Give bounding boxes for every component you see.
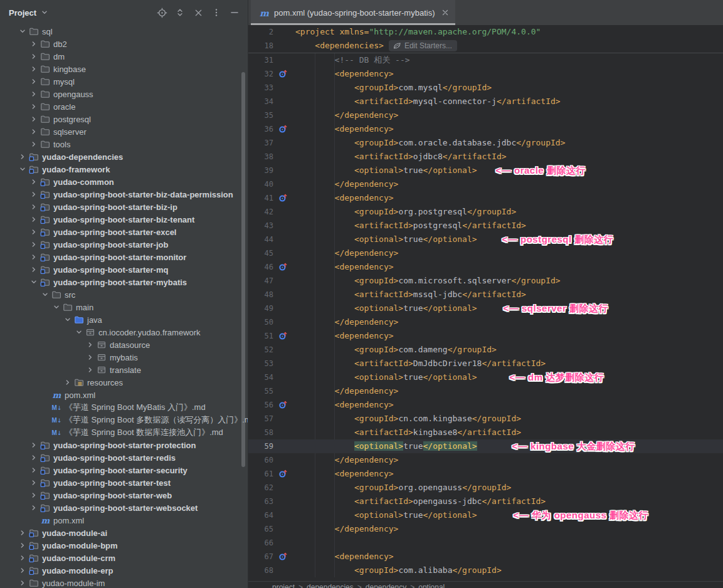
tree-item-yudao-dependencies[interactable]: yudao-dependencies (0, 150, 248, 163)
chevron-right-icon[interactable] (29, 465, 39, 475)
tree-item-yudao-spring-boot-starter-test[interactable]: yudao-spring-boot-starter-test (0, 476, 248, 489)
chevron-down-icon[interactable] (18, 164, 28, 174)
tree-item-yudao-spring-boot-starter-protection[interactable]: yudao-spring-boot-starter-protection (0, 439, 248, 451)
code-line-38[interactable]: 38 <artifactId>ojdbc8</artifactId> (248, 150, 723, 164)
tree-item-db2[interactable]: db2 (0, 38, 248, 50)
tree-item-yudao-spring-boot-starter-job[interactable]: yudao-spring-boot-starter-job (0, 238, 248, 251)
chevron-right-icon[interactable] (29, 478, 39, 488)
code-line-59[interactable]: 59 <optional>true</optional><— kingbase … (248, 439, 723, 453)
maven-update-gutter-icon[interactable] (273, 69, 292, 79)
hide-icon[interactable] (229, 7, 240, 18)
code-line-35[interactable]: 35 </dependency> (248, 108, 723, 122)
breadcrumb-item-dependencies[interactable]: dependencies (307, 583, 354, 588)
code-line-37[interactable]: 37 <groupId>com.oracle.database.jdbc</gr… (248, 136, 723, 150)
chevron-right-icon[interactable] (18, 553, 28, 563)
close-tab-icon[interactable] (441, 9, 449, 16)
code-line-43[interactable]: 43 <artifactId>postgresql</artifactId> (248, 219, 723, 233)
chevron-right-icon[interactable] (29, 227, 39, 237)
maven-update-gutter-icon[interactable] (273, 331, 292, 341)
chevron-right-icon[interactable] (18, 528, 28, 538)
maven-update-gutter-icon[interactable] (273, 400, 292, 410)
code-line-18[interactable]: 18 <dependencies>Edit Starters... (248, 39, 723, 53)
breadcrumb-item-dependency[interactable]: dependency (366, 583, 406, 588)
tree-item-yudao-spring-boot-starter-redis[interactable]: yudao-spring-boot-starter-redis (0, 451, 248, 464)
tree-item-yudao-module-erp[interactable]: yudao-module-erp (0, 564, 248, 577)
chevron-right-icon[interactable] (29, 440, 39, 450)
maven-update-gutter-icon[interactable] (273, 193, 292, 203)
tree-item-resources[interactable]: resources (0, 376, 248, 389)
code-line-44[interactable]: 44 <optional>true</optional><— postgresq… (248, 233, 723, 246)
chevron-right-icon[interactable] (29, 189, 39, 199)
code-line-62[interactable]: 62 <groupId>org.opengauss</groupId> (248, 481, 723, 495)
chevron-right-icon[interactable] (18, 578, 28, 588)
code-line-34[interactable]: 34 <artifactId>mysql-connector-j</artifa… (248, 95, 723, 108)
code-line-47[interactable]: 47 <groupId>com.microsoft.sqlserver</gro… (248, 274, 723, 288)
code-line-49[interactable]: 49 <optional>true</optional><— sqlserver… (248, 302, 723, 315)
chevron-down-icon[interactable] (74, 327, 84, 337)
tree-item-cn-iocoder-yudao-framework[interactable]: cn.iocoder.yudao.framework (0, 326, 248, 339)
tree-item-opengauss[interactable]: opengauss (0, 88, 248, 100)
chevron-right-icon[interactable] (29, 490, 39, 500)
code-line-40[interactable]: 40 </dependency> (248, 177, 723, 191)
code-line-56[interactable]: 56 <dependency> (248, 398, 723, 412)
collapse-all-icon[interactable] (193, 7, 204, 18)
edit-starters-inlay[interactable]: Edit Starters... (389, 40, 457, 51)
editor-tab-pom-xml[interactable]: m pom.xml (yudao-spring-boot-starter-myb… (251, 0, 455, 25)
chevron-right-icon[interactable] (29, 127, 39, 137)
tree-item-yudao-spring-boot-starter-biz-data-permission[interactable]: yudao-spring-boot-starter-biz-data-permi… (0, 188, 248, 201)
code-line-57[interactable]: 57 <groupId>cn.com.kingbase</groupId> (248, 412, 723, 426)
code-line-64[interactable]: 64 <optional>true</optional><— 华为 openga… (248, 508, 723, 522)
code-line-54[interactable]: 54 <optional>true</optional><— dm 达梦删除这行 (248, 370, 723, 384)
tree-item-yudao-spring-boot-starter-mybatis[interactable]: yudao-spring-boot-starter-mybatis (0, 276, 248, 288)
tree-item-sqlserver[interactable]: sqlserver (0, 125, 248, 138)
maven-update-gutter-icon[interactable] (273, 124, 292, 134)
chevron-down-icon[interactable] (40, 8, 50, 18)
tree-item-yudao-spring-boot-starter-biz-ip[interactable]: yudao-spring-boot-starter-biz-ip (0, 201, 248, 213)
code-line-65[interactable]: 65 </dependency> (248, 522, 723, 536)
code-line-41[interactable]: 41 <dependency> (248, 191, 723, 205)
chevron-down-icon[interactable] (40, 290, 50, 300)
tree-item-yudao-framework[interactable]: yudao-framework (0, 163, 248, 176)
maven-update-gutter-icon[interactable] (273, 469, 292, 479)
breadcrumb-item-optional[interactable]: optional (418, 583, 445, 588)
chevron-right-icon[interactable] (29, 202, 39, 212)
code-line-68[interactable]: 68 <groupId>com.alibaba</groupId> (248, 564, 723, 577)
breadcrumb-item-project[interactable]: project (272, 583, 295, 588)
tree-item--spring-boot-md[interactable]: M↓《芋道 Spring Boot 数据库连接池入门》.md (0, 426, 248, 439)
code-line-32[interactable]: 32 <dependency> (248, 67, 723, 81)
tree-item-yudao-spring-boot-starter-security[interactable]: yudao-spring-boot-starter-security (0, 464, 248, 476)
chevron-down-icon[interactable] (51, 302, 61, 312)
tree-item-src[interactable]: src (0, 288, 248, 301)
code-line-60[interactable]: 60 </dependency> (248, 453, 723, 467)
code-line-50[interactable]: 50 </dependency> (248, 315, 723, 329)
tree-item-mysql[interactable]: mysql (0, 75, 248, 88)
tree-item-yudao-module-im[interactable]: yudao-module-im (0, 577, 248, 588)
tree-item-yudao-module-crm[interactable]: yudao-module-crm (0, 552, 248, 564)
code-line-55[interactable]: 55 </dependency> (248, 384, 723, 398)
code-line-2[interactable]: 2<project xmlns="http://maven.apache.org… (248, 25, 723, 39)
tree-item-pom-xml[interactable]: mpom.xml (0, 389, 248, 401)
tree-item-yudao-spring-boot-starter-web[interactable]: yudao-spring-boot-starter-web (0, 489, 248, 501)
locate-icon[interactable] (156, 7, 167, 18)
chevron-right-icon[interactable] (85, 340, 95, 350)
chevron-right-icon[interactable] (29, 453, 39, 463)
code-line-58[interactable]: 58 <artifactId>kingbase8</artifactId> (248, 426, 723, 439)
chevron-right-icon[interactable] (18, 540, 28, 550)
tree-item-yudao-spring-boot-starter-mq[interactable]: yudao-spring-boot-starter-mq (0, 263, 248, 276)
chevron-right-icon[interactable] (29, 51, 39, 61)
tree-item-tools[interactable]: tools (0, 138, 248, 150)
chevron-down-icon[interactable] (18, 26, 28, 36)
tree-item-oracle[interactable]: oracle (0, 100, 248, 113)
tree-item-postgresql[interactable]: postgresql (0, 113, 248, 125)
code-line-46[interactable]: 46 <dependency> (248, 260, 723, 274)
tree-item-sql[interactable]: sql (0, 25, 248, 38)
tree-item--spring-boot-mybatis-md[interactable]: M↓《芋道 Spring Boot MyBatis 入门》.md (0, 401, 248, 414)
chevron-right-icon[interactable] (29, 252, 39, 262)
tree-item-kingbase[interactable]: kingbase (0, 63, 248, 75)
chevron-right-icon[interactable] (18, 152, 28, 162)
chevron-down-icon[interactable] (29, 277, 39, 287)
tree-item-yudao-module-ai[interactable]: yudao-module-ai (0, 527, 248, 539)
chevron-right-icon[interactable] (18, 565, 28, 575)
tree-item-pom-xml[interactable]: mpom.xml (0, 514, 248, 527)
more-icon[interactable] (211, 7, 222, 18)
